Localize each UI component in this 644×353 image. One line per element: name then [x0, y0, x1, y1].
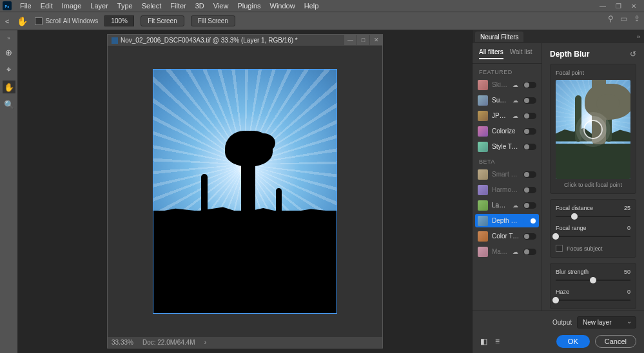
- minimize-icon[interactable]: —: [595, 1, 610, 10]
- filter-item-jpeg-artifact-[interactable]: JPEG Artifact...☁: [475, 109, 539, 122]
- menu-help[interactable]: Help: [300, 1, 324, 11]
- zoom-field[interactable]: 100%: [104, 15, 134, 26]
- filter-item-super-zoom[interactable]: Super Zoom☁: [475, 93, 539, 107]
- doc-status-chevron[interactable]: ›: [204, 339, 206, 346]
- zoom-tool[interactable]: 🔍: [3, 98, 15, 111]
- menu-layer[interactable]: Layer: [86, 1, 113, 11]
- menu-filter[interactable]: Filter: [166, 1, 190, 11]
- maximize-icon[interactable]: ❐: [610, 1, 626, 10]
- home-back-icon[interactable]: <: [5, 17, 9, 25]
- filter-item-style-transfer[interactable]: Style Transfer: [475, 140, 539, 153]
- reset-icon[interactable]: ↺: [630, 50, 636, 59]
- filter-toggle[interactable]: [523, 187, 536, 193]
- filter-item-landscape-m-[interactable]: Landscape M...☁: [475, 198, 539, 212]
- filter-item-depth-blur[interactable]: Depth Blur: [475, 214, 539, 227]
- toolbar-collapse-icon[interactable]: »: [7, 35, 10, 41]
- filter-item-color-transfer[interactable]: Color Transfer: [475, 229, 539, 243]
- image-content: [153, 69, 337, 314]
- focus-subject-checkbox[interactable]: Focus subject: [556, 245, 630, 252]
- menu-type[interactable]: Type: [113, 1, 137, 11]
- filter-name: JPEG Artifact...: [492, 112, 509, 119]
- filter-thumb-icon: [478, 200, 488, 211]
- doc-close-icon[interactable]: ✕: [369, 35, 382, 45]
- scroll-all-checkbox[interactable]: [35, 17, 43, 25]
- hand-tool[interactable]: ✋: [3, 81, 15, 93]
- panel-tabbar: Neural Filters »: [473, 30, 644, 43]
- doc-size[interactable]: Doc: 22.0M/64.4M: [142, 339, 195, 346]
- filter-item-harmonization[interactable]: Harmonization: [475, 183, 539, 196]
- filter-toggle[interactable]: [523, 144, 536, 150]
- filter-item-skin-smoothi-[interactable]: Skin Smoothi...☁: [475, 78, 539, 91]
- menu-edit[interactable]: Edit: [36, 1, 57, 11]
- app-logo: Ps: [3, 1, 12, 10]
- fit-screen-button[interactable]: Fit Screen: [141, 15, 184, 26]
- output-select[interactable]: New layer: [577, 316, 636, 329]
- filter-toggle[interactable]: [523, 97, 536, 104]
- blur-sliders-section: Blur strength50 Haze0: [550, 263, 636, 309]
- filter-name: Style Transfer: [492, 143, 520, 150]
- doc-maximize-icon[interactable]: □: [356, 35, 369, 45]
- filter-name: Harmonization: [492, 186, 520, 193]
- menu-3d[interactable]: 3D: [191, 1, 209, 11]
- compare-icon[interactable]: ◧: [480, 337, 487, 346]
- filter-toggle[interactable]: [523, 82, 536, 88]
- blur-strength-slider[interactable]: Blur strength50: [556, 269, 630, 283]
- focal-range-slider[interactable]: Focal range0: [556, 225, 630, 240]
- panel-collapse-icon[interactable]: »: [636, 32, 641, 41]
- menubar: Ps File Edit Image Layer Type Select Fil…: [0, 0, 644, 12]
- filter-toggle[interactable]: [523, 171, 536, 178]
- filter-item-smart-portrait[interactable]: Smart Portrait: [475, 167, 539, 181]
- filter-item-makeup-trans-[interactable]: Makeup Trans...☁: [475, 245, 539, 258]
- scroll-all-label: Scroll All Windows: [45, 17, 98, 24]
- neural-filters-panel: Neural Filters » All filters Wait list F…: [472, 30, 644, 353]
- doc-minimize-icon[interactable]: —: [344, 35, 356, 45]
- right-corner-icons: ⚲ ▭ ⇪: [608, 14, 640, 23]
- document-canvas[interactable]: [108, 46, 382, 336]
- filter-name: Color Transfer: [492, 233, 520, 240]
- menu-window[interactable]: Window: [266, 1, 300, 11]
- filter-toggle[interactable]: [523, 233, 536, 240]
- filter-thumb-icon: [478, 80, 488, 90]
- canvas-area: Nov_02_2006_DSCF0043A3.tif @ 33.3% (Laye…: [18, 30, 472, 353]
- focal-point-preview[interactable]: [556, 80, 630, 179]
- filter-toggle[interactable]: [523, 128, 536, 135]
- filter-toggle[interactable]: [523, 113, 536, 119]
- tab-wait-list[interactable]: Wait list: [510, 48, 532, 59]
- focal-distance-label: Focal distance: [556, 205, 593, 211]
- ok-button[interactable]: OK: [556, 335, 590, 348]
- document-titlebar[interactable]: Nov_02_2006_DSCF0043A3.tif @ 33.3% (Laye…: [108, 35, 382, 46]
- layout-icon[interactable]: ▭: [620, 14, 627, 23]
- tab-all-filters[interactable]: All filters: [479, 48, 503, 59]
- menu-image[interactable]: Image: [57, 1, 86, 11]
- cloud-icon: ☁: [512, 113, 518, 119]
- menu-select[interactable]: Select: [137, 1, 166, 11]
- blur-strength-label: Blur strength: [556, 269, 589, 275]
- panel-title-tab[interactable]: Neural Filters: [475, 32, 523, 42]
- haze-slider[interactable]: Haze0: [556, 289, 630, 303]
- cloud-icon: ☁: [512, 249, 518, 255]
- filter-toggle[interactable]: [523, 249, 536, 255]
- layers-icon[interactable]: ≡: [495, 337, 500, 346]
- document-window: Nov_02_2006_DSCF0043A3.tif @ 33.3% (Laye…: [107, 34, 383, 348]
- filter-toggle[interactable]: [523, 202, 536, 209]
- doc-zoom[interactable]: 33.33%: [112, 339, 133, 346]
- focal-point-caption: Click to edit focal point: [556, 182, 630, 188]
- menu-view[interactable]: View: [209, 1, 233, 11]
- filter-item-colorize[interactable]: Colorize: [475, 124, 539, 138]
- search-icon[interactable]: ⚲: [608, 14, 614, 23]
- eyedropper-tool[interactable]: ⌖: [3, 63, 15, 76]
- spot-healing-tool[interactable]: ⊕: [3, 46, 15, 59]
- menu-plugins[interactable]: Plugins: [233, 1, 265, 11]
- fill-screen-button[interactable]: Fill Screen: [191, 15, 235, 26]
- document-title: Nov_02_2006_DSCF0043A3.tif @ 33.3% (Laye…: [121, 37, 298, 44]
- menu-file[interactable]: File: [15, 1, 36, 11]
- filter-thumb-icon: [478, 169, 488, 180]
- filter-toggle[interactable]: [523, 218, 536, 224]
- window-controls: — ❐ ✕: [595, 1, 641, 10]
- close-icon[interactable]: ✕: [626, 1, 641, 10]
- share-icon[interactable]: ⇪: [634, 14, 640, 23]
- focal-distance-slider[interactable]: Focal distance25: [556, 205, 630, 220]
- cancel-button[interactable]: Cancel: [595, 335, 636, 348]
- doc-indicator-icon: [112, 37, 118, 44]
- cloud-icon: ☁: [512, 97, 518, 104]
